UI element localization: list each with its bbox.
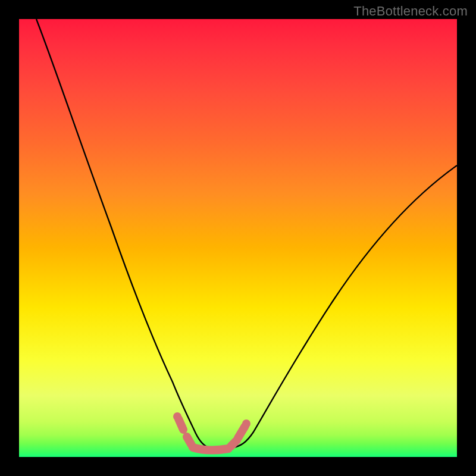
plot-area <box>19 19 457 457</box>
marker-left-upper <box>178 419 183 430</box>
dot-right-top <box>242 419 250 428</box>
dot-left-top <box>173 412 181 421</box>
min-plateau-marker <box>193 447 228 450</box>
marker-left-lower <box>187 437 192 445</box>
bottleneck-curve <box>36 19 457 447</box>
watermark-label: TheBottleneck.com <box>353 4 468 19</box>
marker-right-upper <box>238 426 245 438</box>
chart-frame: TheBottleneck.com <box>0 0 476 476</box>
curve-layer <box>19 19 457 457</box>
